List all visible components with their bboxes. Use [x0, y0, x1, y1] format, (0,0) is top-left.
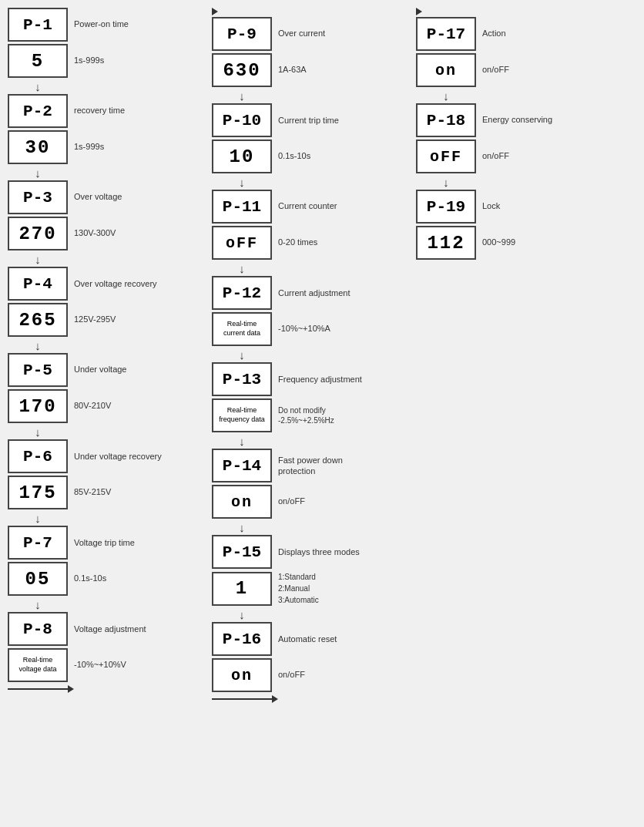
p11-id: P-11: [223, 198, 261, 216]
param-group-p10: P-10 Current trip time: [212, 103, 416, 137]
p14-value: on: [231, 493, 253, 511]
param-group-p15: P-15 Displays three modes: [212, 535, 416, 569]
p4-param-box: P-4: [8, 267, 68, 301]
p14-param-box: P-14: [212, 449, 272, 482]
p18-param-box: P-18: [416, 103, 476, 137]
p13-value-row: Real-timefrequency data Do not modify-2.…: [212, 398, 416, 432]
p19-value-box: 112: [416, 226, 476, 260]
p16-value-box: on: [212, 658, 272, 692]
p9-value-box: 630: [212, 53, 272, 87]
arrow-p9: ↓: [212, 89, 272, 103]
p12-id: P-12: [223, 284, 261, 302]
p11-value-row: oFF 0-20 times: [212, 226, 416, 260]
p1-desc: Power-on time: [74, 18, 129, 30]
p19-param-box: P-19: [416, 190, 476, 224]
p18-value-row: oFF on/oFF: [416, 140, 620, 173]
p6-id: P-6: [23, 448, 52, 466]
p14-range: on/oFF: [278, 496, 305, 507]
p12-value: Real-timecurrent data: [223, 320, 260, 338]
param-group-p8: P-8 Voltage adjustment: [8, 612, 212, 646]
p11-param-box: P-11: [212, 190, 272, 224]
col2-bottom-connector: [212, 695, 416, 703]
col1-bottom-connector: [8, 685, 212, 693]
p19-value-row: 112 000~999: [416, 226, 620, 260]
p13-desc: Frequency adjustment: [278, 374, 362, 385]
arrow-p13: ↓: [212, 435, 272, 448]
p16-desc: Automatic reset: [278, 634, 337, 644]
p4-id: P-4: [23, 275, 52, 293]
arrow-p2: ↓: [8, 166, 68, 180]
p13-id: P-13: [223, 371, 261, 388]
arrow-p17: ↓: [416, 89, 476, 103]
p1-param-box: P-1: [8, 8, 68, 42]
param-group-p18: P-18 Energy conserving: [416, 103, 620, 137]
p10-value-row: 10 0.1s-10s: [212, 140, 416, 173]
col2-top-indicator: [212, 8, 416, 15]
p3-param-box: P-3: [8, 180, 68, 214]
p3-value: 270: [18, 224, 56, 244]
column-2: P-9 Over current 630 1A-63A ↓ P-10 Curre…: [212, 8, 416, 703]
column-1: P-1 Power-on time 5 1s-999s ↓ P-2 recove…: [8, 8, 212, 703]
p13-param-box: P-13: [212, 362, 272, 396]
p16-value: on: [231, 667, 253, 684]
col1-right-arrow: [68, 685, 74, 693]
p6-param-box: P-6: [8, 439, 68, 473]
p4-value: 265: [18, 310, 56, 331]
p18-range: on/oFF: [482, 150, 509, 162]
p14-desc: Fast power down protection: [278, 455, 371, 477]
p18-value-box: oFF: [416, 140, 476, 173]
p1-range: 1s-999s: [74, 55, 104, 66]
p2-value-row: 30 1s-999s: [8, 130, 212, 164]
arrow-p11: ↓: [212, 262, 272, 275]
main-diagram: P-1 Power-on time 5 1s-999s ↓ P-2 recove…: [8, 8, 639, 703]
p7-id: P-7: [23, 534, 52, 552]
p9-range: 1A-63A: [278, 64, 307, 76]
p1-value-box: 5: [8, 44, 68, 78]
p17-range: on/oFF: [482, 64, 509, 76]
p10-value: 10: [230, 146, 255, 167]
p6-value: 175: [18, 482, 56, 503]
p1-id: P-1: [23, 16, 52, 34]
p8-range: -10%~+10%V: [74, 659, 126, 671]
p4-desc: Over voltage recovery: [74, 278, 157, 289]
p5-desc: Under voltage: [74, 364, 127, 375]
p16-param-box: P-16: [212, 622, 272, 656]
p11-value-box: oFF: [212, 226, 272, 260]
arrow-p15: ↓: [212, 608, 272, 621]
arrow-p10: ↓: [212, 176, 272, 189]
p15-range: 1:Standard2:Manual3:Automatic: [278, 571, 319, 606]
param-group-p12: P-12 Current adjustment: [212, 276, 416, 310]
param-group-p19: P-19 Lock: [416, 190, 620, 224]
param-group-p14: P-14 Fast power down protection: [212, 449, 416, 482]
p17-value: on: [435, 62, 457, 79]
p1-value: 5: [32, 51, 44, 72]
col2-right-arrow: [272, 695, 278, 703]
p2-desc: recovery time: [74, 105, 125, 116]
p16-id: P-16: [223, 630, 261, 648]
p3-range: 130V-300V: [74, 227, 116, 239]
p3-id: P-3: [23, 189, 52, 207]
param-group-p2: P-2 recovery time: [8, 94, 212, 128]
p8-value: Real-timevoltage data: [18, 656, 56, 674]
p6-range: 85V-215V: [74, 486, 111, 498]
col2-bottom-line: [212, 698, 272, 700]
p5-param-box: P-5: [8, 353, 68, 387]
param-group-p5: P-5 Under voltage: [8, 353, 212, 387]
p18-value: oFF: [430, 148, 462, 166]
param-group-p6: P-6 Under voltage recovery: [8, 439, 212, 473]
arrow-p3: ↓: [8, 253, 68, 266]
p12-value-box: Real-timecurrent data: [212, 312, 272, 346]
p8-id: P-8: [23, 620, 52, 638]
p10-value-box: 10: [212, 140, 272, 173]
p6-desc: Under voltage recovery: [74, 451, 162, 462]
p7-desc: Voltage trip time: [74, 537, 135, 548]
p13-range: Do not modify-2.5%~+2.5%Hz: [278, 405, 334, 425]
p16-value-row: on on/oFF: [212, 658, 416, 692]
p4-range: 125V-295V: [74, 314, 116, 325]
p3-value-box: 270: [8, 217, 68, 250]
param-group-p17: P-17 Action: [416, 17, 620, 51]
arrow-p18: ↓: [416, 176, 476, 189]
arrow-p1: ↓: [8, 80, 68, 93]
p17-value-row: on on/oFF: [416, 53, 620, 87]
param-group-p3: P-3 Over voltage: [8, 180, 212, 214]
